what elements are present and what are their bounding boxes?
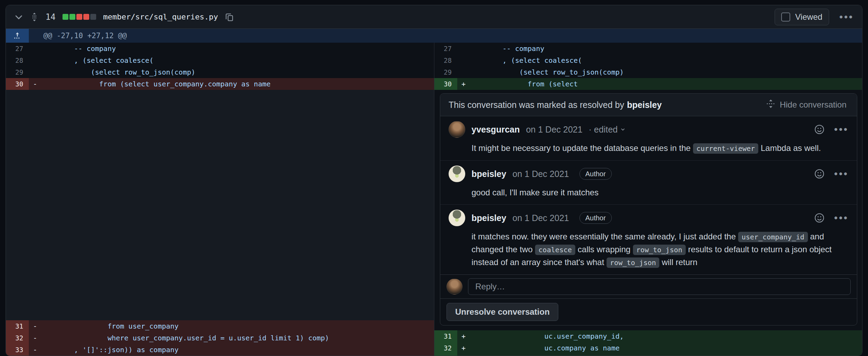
reply-user-avatar[interactable]: [446, 279, 462, 295]
diff-line-new-32[interactable]: 32+ uc.company as name: [434, 342, 862, 354]
code-text: from user_company uc: [469, 354, 862, 356]
diff-sign: [29, 43, 41, 54]
diff-sign: -: [29, 320, 41, 332]
changed-lines-count: 14: [45, 12, 56, 22]
fold-icon: [766, 99, 776, 111]
line-number[interactable]: 32: [434, 342, 457, 354]
emoji-reaction-icon[interactable]: [814, 124, 825, 135]
hide-conversation-button[interactable]: Hide conversation: [764, 99, 849, 111]
emoji-reaction-icon[interactable]: [814, 169, 825, 179]
diff-sign: [457, 54, 469, 66]
avatar-bpeisley[interactable]: [449, 166, 465, 182]
code-text: uc.user_company_id,: [469, 330, 862, 342]
copy-icon[interactable]: [225, 12, 234, 22]
resolved-text: This conversation was marked as resolved…: [449, 100, 624, 110]
diff-stat-block: [83, 14, 89, 20]
line-number[interactable]: 30: [434, 78, 457, 90]
line-number[interactable]: 29: [6, 66, 29, 78]
author-badge: Author: [579, 212, 612, 224]
line-number[interactable]: 32: [6, 332, 29, 344]
reply-input[interactable]: [468, 278, 851, 295]
diff-stat-block: [90, 14, 96, 20]
file-header: 14 member/src/sql_queries.py Viewed •••: [6, 5, 862, 29]
code-text: , '[]'::json)) as company: [41, 344, 434, 356]
inline-code-chip: row_to_json: [607, 257, 659, 268]
code-text: from (select: [469, 78, 862, 90]
comment-body: it matches now. they were essentially th…: [471, 230, 849, 269]
comment-date: on 1 Dec 2021: [512, 213, 569, 223]
comment-date: on 1 Dec 2021: [526, 125, 583, 135]
edited-dropdown[interactable]: · edited: [589, 125, 625, 135]
review-comment: yvesgurcanon 1 Dec 2021· edited •••It mi…: [440, 116, 857, 161]
code-text: uc.company as name: [469, 342, 862, 354]
comment-kebab-icon[interactable]: •••: [834, 213, 849, 223]
chevron-down-icon[interactable]: [14, 12, 23, 22]
code-text: from user_company: [41, 320, 434, 332]
conversation-footer: Unresolve conversation: [440, 298, 857, 325]
comment-date: on 1 Dec 2021: [512, 169, 569, 179]
diff-stat-block: [62, 14, 68, 20]
line-number[interactable]: 31: [434, 330, 457, 342]
diff-line-new-30[interactable]: 30+ from (select: [434, 78, 862, 90]
diff-line-old-27[interactable]: 27 -- company: [6, 43, 434, 54]
line-number[interactable]: 30: [6, 78, 29, 90]
diff-line-new-29[interactable]: 29 (select row_to_json(comp): [434, 66, 862, 78]
conversation-resolved-header: This conversation was marked as resolved…: [440, 94, 857, 116]
diff-line-new-33[interactable]: 33+ from user_company uc: [434, 354, 862, 356]
line-number[interactable]: 33: [6, 344, 29, 356]
diff-line-new-28[interactable]: 28 , (select coalesce(: [434, 54, 862, 66]
line-number[interactable]: 33: [434, 354, 457, 356]
diff-line-old-30[interactable]: 30- from (select user_company.company as…: [6, 78, 434, 90]
grabber-icon[interactable]: [30, 12, 39, 22]
hunk-header-text: @@ -27,10 +27,12 @@: [29, 29, 127, 43]
diff-line-new-31[interactable]: 31+ uc.user_company_id,: [434, 330, 862, 342]
hide-conversation-label: Hide conversation: [780, 100, 846, 110]
diff-line-old-31[interactable]: 31- from user_company: [6, 320, 434, 332]
diff-sign: -: [29, 332, 41, 344]
line-number[interactable]: 28: [434, 54, 457, 66]
unresolve-conversation-button[interactable]: Unresolve conversation: [446, 303, 558, 321]
diff-sign: +: [457, 342, 469, 354]
viewed-button[interactable]: Viewed: [775, 9, 829, 25]
diff-line-old-28[interactable]: 28 , (select coalesce(: [6, 54, 434, 66]
author-badge: Author: [579, 168, 612, 180]
conversation-cell: This conversation was marked as resolved…: [434, 90, 862, 330]
comment-kebab-icon[interactable]: •••: [834, 169, 849, 179]
diff-line-old-33[interactable]: 33- , '[]'::json)) as company: [6, 344, 434, 356]
line-number[interactable]: 27: [6, 43, 29, 54]
file-kebab-icon[interactable]: •••: [840, 12, 854, 22]
diff-stat-block: [76, 14, 82, 20]
comment-author[interactable]: bpeisley: [471, 169, 506, 179]
inline-code-chip: coalesce: [535, 245, 575, 255]
left-filler: [6, 90, 434, 320]
diff-stat-block: [69, 14, 75, 20]
comment-author[interactable]: bpeisley: [471, 213, 506, 223]
code-text: where user_company.user_id = u.user_id l…: [41, 332, 434, 344]
review-comment: bpeisleyon 1 Dec 2021Author•••good call,…: [440, 161, 857, 205]
avatar-bpeisley[interactable]: [449, 210, 465, 226]
viewed-checkbox[interactable]: [781, 12, 790, 22]
emoji-reaction-icon[interactable]: [814, 213, 825, 223]
line-number[interactable]: 29: [434, 66, 457, 78]
line-number[interactable]: 27: [434, 43, 457, 54]
inline-code-chip: user_company_id: [738, 232, 808, 242]
diff-sign: [29, 54, 41, 66]
comment-kebab-icon[interactable]: •••: [834, 125, 849, 134]
inline-code-chip: current-viewer: [693, 143, 759, 154]
file-path[interactable]: member/src/sql_queries.py: [103, 12, 218, 21]
resolved-by-user[interactable]: bpeisley: [627, 100, 662, 110]
expand-hunk-button[interactable]: [6, 29, 29, 43]
diff-sign: -: [29, 344, 41, 356]
code-text: (select row_to_json(comp): [469, 66, 862, 78]
line-number[interactable]: 31: [6, 320, 29, 332]
diff-sign: [29, 66, 41, 78]
split-diff: 27 -- company28 , (select coalesce(29 (s…: [6, 43, 862, 356]
avatar-yvesgurcan[interactable]: [449, 121, 465, 138]
diff-line-new-27[interactable]: 27 -- company: [434, 43, 862, 54]
line-number[interactable]: 28: [6, 54, 29, 66]
diff-line-old-29[interactable]: 29 (select row_to_json(comp): [6, 66, 434, 78]
comment-author[interactable]: yvesgurcan: [471, 125, 520, 135]
reply-row: [440, 274, 857, 298]
diff-line-old-32[interactable]: 32- where user_company.user_id = u.user_…: [6, 332, 434, 344]
diff-stat-blocks: [62, 14, 96, 20]
